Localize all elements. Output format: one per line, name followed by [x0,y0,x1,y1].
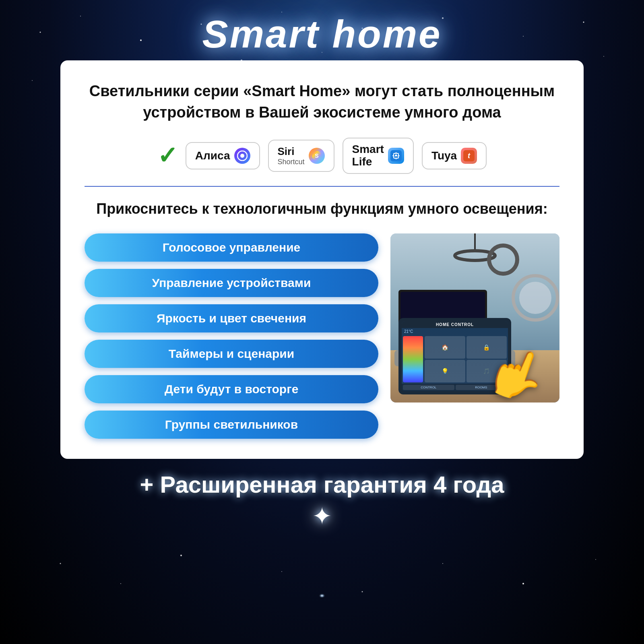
svg-text:t: t [468,152,471,160]
main-card: Светильники серии «Smart Home» могут ста… [60,60,584,459]
svg-point-1 [80,16,81,17]
tuya-badge: Tuya t [422,142,487,169]
svg-point-47 [519,282,551,314]
alice-icon [234,148,250,164]
siri-sub-label: Shortcut [278,158,305,166]
tablet-temp-display: 21°C [402,328,508,335]
svg-point-3 [201,24,202,25]
checkmark-icon: ✓ [157,144,178,168]
siri-badge: Siri Shortcut [268,140,334,172]
svg-point-9 [32,80,33,81]
bottom-starburst-icon: ✦ [140,502,504,530]
tablet-icon-home: 🏠 [425,336,465,359]
svg-point-17 [603,56,604,57]
compatibility-row: ✓ Алиса Siri Shortcut [85,138,559,174]
svg-point-18 [60,563,61,564]
svg-point-20 [180,555,182,556]
device-image: HOME CONTROL 21°C 🏠 🔒 💡 🎵 [390,233,559,402]
tablet-color-bar [403,336,423,382]
headline-text: Светильники серии «Smart Home» могут ста… [85,80,559,123]
svg-text:S: S [315,153,318,159]
tablet-icon-bulb: 💡 [425,360,465,382]
feature-item-1: Голосовое управление [85,233,378,262]
feature-item-2: Управление устройствами [85,269,378,297]
smartlife-sub-label: Life [352,156,372,168]
siri-icon: S [309,148,325,164]
feature-item-6: Группы светильников [85,411,378,439]
section-divider [85,186,559,187]
svg-point-30 [240,154,244,158]
features-list: Голосовое управление Управление устройст… [85,233,378,439]
svg-point-19 [120,583,121,584]
alice-badge: Алиса [186,142,260,169]
feature-item-3: Яркость и цвет свечения [85,304,378,332]
svg-point-23 [442,563,443,564]
tuya-icon: t [461,148,477,164]
device-image-inner: HOME CONTROL 21°C 🏠 🔒 💡 🎵 [390,233,559,402]
footer-banner: + Расширенная гарантия 4 года ✦ [140,471,504,530]
svg-point-6 [442,17,444,19]
background: Smart home Светильники серии «Smart Home… [0,0,644,644]
tablet-control-label: CONTROL [403,385,454,390]
svg-point-22 [362,591,363,592]
svg-point-21 [281,571,282,572]
features-section: Голосовое управление Управление устройст… [85,233,559,439]
smartlife-badge: Smart Life [343,138,414,174]
smartlife-text: Smart Life [352,143,384,168]
feature-item-4: Таймеры и сценарии [85,340,378,368]
alice-label: Алиса [195,149,230,162]
svg-rect-35 [395,156,397,157]
siri-text: Siri Shortcut [278,145,305,166]
smartlife-main-label: Smart [352,143,384,156]
svg-point-2 [140,39,142,41]
svg-point-0 [40,32,41,33]
svg-point-8 [583,22,584,23]
feature-item-5: Дети будут в восторге [85,375,378,403]
siri-main-label: Siri [278,145,295,158]
svg-point-7 [523,36,524,37]
sub-headline-text: Прикоснитесь к технологичным функциям ум… [85,199,559,219]
guarantee-text: + Расширенная гарантия 4 года [140,471,504,498]
tablet-header-text: HOME CONTROL [402,321,508,328]
page-title: Smart home [202,12,442,56]
tuya-label: Tuya [431,149,457,162]
svg-point-24 [522,583,524,584]
svg-point-28 [294,559,350,600]
smartlife-icon [388,148,404,164]
svg-point-25 [595,559,596,560]
